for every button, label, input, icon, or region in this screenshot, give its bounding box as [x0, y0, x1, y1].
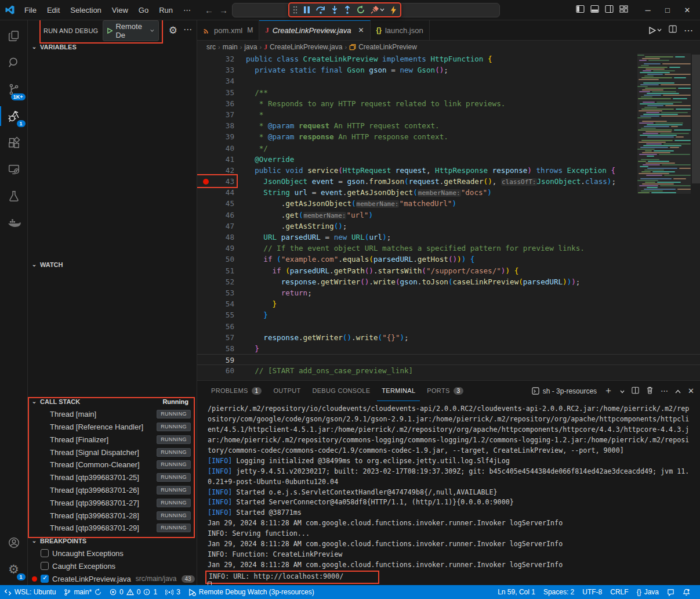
language-indicator[interactable]: {}Java — [633, 588, 663, 596]
hot-code-replace-button[interactable] — [390, 6, 397, 15]
tab-pom-xml[interactable]: pom.xml M — [197, 20, 259, 40]
code-line-33[interactable]: 33 private static final Gson gson = new … — [197, 64, 700, 75]
code-line-48[interactable]: 48 URL parsedURL = new URL(url); — [197, 232, 700, 243]
editor-more-actions-icon[interactable]: ⋯ — [684, 25, 693, 36]
line-number[interactable]: 40 — [197, 143, 234, 154]
line-number[interactable]: 32 — [197, 53, 234, 64]
split-editor-icon[interactable] — [669, 25, 677, 35]
code-line-54[interactable]: 54 } — [197, 298, 700, 309]
debug-step-into-button[interactable] — [331, 6, 338, 14]
debug-step-over-button[interactable] — [316, 6, 325, 14]
notifications-bell-icon[interactable] — [679, 589, 694, 596]
ports-indicator[interactable]: 3 — [161, 585, 184, 599]
file-breakpoint-checkbox[interactable] — [41, 575, 49, 583]
remote-indicator[interactable]: WSL: Ubuntu — [0, 585, 60, 599]
indentation-indicator[interactable]: Spaces: 2 — [539, 588, 578, 596]
code-line-43[interactable]: 43 JsonObject event = gson.fromJson(requ… — [197, 176, 700, 187]
line-number[interactable]: 36 — [197, 98, 234, 109]
debug-toolbar-grip[interactable] — [293, 6, 298, 14]
line-number[interactable]: 39 — [197, 131, 234, 142]
line-number[interactable]: 38 — [197, 120, 234, 131]
account-icon[interactable] — [0, 529, 28, 556]
code-line-60[interactable]: 60 // [START add_ons_case_preview_link] — [197, 365, 700, 376]
code-line-56[interactable]: 56 — [197, 321, 700, 332]
code-line-38[interactable]: 38 * @param request An HTTP request cont… — [197, 120, 700, 131]
split-terminal-icon[interactable] — [632, 387, 639, 396]
debug-step-out-button[interactable] — [344, 6, 351, 14]
breadcrumb-main[interactable]: main — [223, 43, 238, 51]
line-number[interactable]: 55 — [197, 309, 234, 320]
line-number[interactable]: 45 — [197, 198, 234, 209]
menu-edit[interactable]: Edit — [42, 3, 64, 17]
line-number[interactable]: 48 — [197, 232, 234, 243]
code-line-39[interactable]: 39 * @param response An HTTP response co… — [197, 131, 700, 142]
line-number[interactable]: 37 — [197, 109, 234, 120]
watch-section-header[interactable]: ⌄WATCH — [28, 258, 197, 271]
line-number[interactable]: 47 — [197, 221, 234, 232]
customize-layout-icon[interactable] — [619, 5, 628, 16]
run-and-debug-icon[interactable]: 1 — [0, 103, 28, 129]
terminal-output[interactable]: /pierrick/.m2/repository/io/cloudevents/… — [197, 401, 700, 585]
cursor-position-indicator[interactable]: Ln 59, Col 1 — [494, 588, 539, 596]
problems-indicator[interactable]: 0 0 1 — [106, 585, 161, 599]
code-line-37[interactable]: 37 * — [197, 109, 700, 120]
line-number[interactable]: 46 — [197, 210, 234, 221]
code-line-57[interactable]: 57 response.getWriter().write("{}"); — [197, 332, 700, 343]
code-editor[interactable]: 32public class CreateLinkPreview impleme… — [197, 53, 700, 380]
code-line-58[interactable]: 58 } — [197, 343, 700, 354]
sidebar-more-actions-icon[interactable]: ⋯ — [183, 24, 192, 37]
call-stack-thread-row[interactable]: Thread [Finalizer]RUNNING — [28, 433, 197, 446]
tab-debug-console[interactable]: DEBUG CONSOLE — [307, 381, 375, 401]
debug-restart-button[interactable] — [357, 6, 365, 14]
breakpoints-section-header[interactable]: ⌄BREAKPOINTS — [28, 535, 197, 547]
line-number[interactable]: 34 — [197, 75, 234, 86]
line-number[interactable]: 42 — [197, 165, 234, 176]
breadcrumb-src[interactable]: src — [206, 43, 216, 51]
feedback-icon[interactable] — [663, 589, 679, 596]
nav-back-icon[interactable]: ← — [205, 5, 213, 15]
code-line-49[interactable]: 49 // If the event object URL matches a … — [197, 243, 700, 254]
eol-indicator[interactable]: CRLF — [606, 588, 632, 596]
explorer-icon[interactable] — [0, 23, 28, 49]
call-stack-section-header[interactable]: ⌄CALL STACK Running — [28, 395, 197, 408]
minimize-button[interactable]: ─ — [640, 6, 656, 15]
line-number[interactable]: 58 — [197, 343, 234, 354]
editor-scrollbar[interactable] — [692, 55, 700, 183]
breadcrumb-file[interactable]: CreateLinkPreview.java — [270, 43, 342, 51]
encoding-indicator[interactable]: UTF-8 — [578, 588, 606, 596]
line-number[interactable]: 60 — [197, 365, 234, 376]
remote-explorer-icon[interactable] — [0, 156, 28, 183]
caught-exceptions-checkbox[interactable] — [41, 562, 49, 570]
tab-ports[interactable]: PORTS3 — [422, 381, 468, 401]
code-line-32[interactable]: 32public class CreateLinkPreview impleme… — [197, 53, 700, 64]
line-number[interactable]: 50 — [197, 254, 234, 265]
call-stack-thread-row[interactable]: Thread [Reference Handler]RUNNING — [28, 421, 197, 434]
breakpoint-glyph[interactable] — [203, 179, 209, 185]
tab-close-icon[interactable]: ✕ — [358, 26, 364, 34]
terminal-selector[interactable]: sh - 3p-resources — [532, 387, 597, 395]
tab-output[interactable]: OUTPUT — [269, 381, 305, 401]
menu-go[interactable]: Go — [134, 3, 153, 17]
toggle-secondary-sidebar-icon[interactable] — [605, 5, 614, 16]
call-stack-thread-row[interactable]: Thread [qtp399683701-27]RUNNING — [28, 496, 197, 509]
tab-createlinkpreview-java[interactable]: J CreateLinkPreview.java ✕ — [259, 20, 370, 40]
maximize-button[interactable]: □ — [659, 6, 676, 15]
tab-launch-json[interactable]: {} launch.json — [371, 20, 430, 40]
line-number[interactable]: 56 — [197, 321, 234, 332]
line-number[interactable]: 43 — [197, 176, 234, 187]
debug-settings-gear-icon[interactable]: ⚙ — [169, 24, 177, 37]
uncaught-exceptions-checkbox[interactable] — [41, 549, 49, 557]
variables-section-header[interactable]: ⌄VARIABLES — [28, 41, 197, 53]
code-line-34[interactable]: 34 — [197, 75, 700, 86]
git-branch-indicator[interactable]: main* — [60, 585, 106, 599]
search-icon[interactable] — [0, 49, 28, 76]
close-panel-icon[interactable]: ✕ — [688, 387, 694, 395]
launch-config-dropdown[interactable]: Remote De — [103, 20, 158, 41]
code-line-53[interactable]: 53 return; — [197, 287, 700, 298]
call-stack-thread-row[interactable]: Thread [Signal Dispatcher]RUNNING — [28, 446, 197, 459]
menu-run[interactable]: Run — [154, 3, 177, 17]
breadcrumb-java[interactable]: java — [244, 43, 257, 51]
line-number[interactable]: 49 — [197, 243, 234, 254]
code-line-45[interactable]: 45 .getAsJsonObject(memberName:"matchedU… — [197, 198, 700, 209]
code-line-44[interactable]: 44 String url = event.getAsJsonObject(me… — [197, 187, 700, 198]
